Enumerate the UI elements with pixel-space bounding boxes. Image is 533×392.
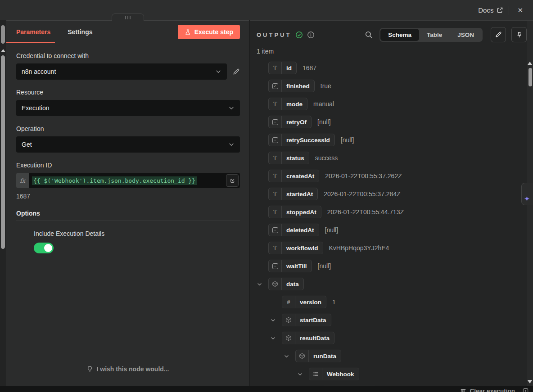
- scroll-up-arrow-icon[interactable]: [1, 49, 5, 52]
- schema-row[interactable]: resultData: [250, 329, 533, 347]
- chevron-down-icon: [228, 105, 235, 111]
- schema-key-pill[interactable]: runData: [295, 350, 341, 362]
- schema-row[interactable]: data: [250, 275, 533, 293]
- open-expression-editor-button[interactable]: [226, 174, 239, 187]
- include-execution-details-toggle[interactable]: [34, 243, 54, 253]
- schema-row[interactable]: runData: [250, 347, 533, 365]
- item-count: 1 item: [257, 48, 533, 55]
- schema-key-pill[interactable]: Webhook: [309, 368, 359, 380]
- null-type-icon: −: [269, 224, 282, 236]
- schema-key-pill[interactable]: − waitTill: [268, 260, 312, 272]
- footer-icon-button[interactable]: [522, 387, 529, 392]
- chevron-down-icon[interactable]: [284, 353, 295, 359]
- schema-value: true: [321, 82, 331, 90]
- expression-input[interactable]: {{ $('Webhook').item.json.body.execution…: [29, 173, 240, 188]
- info-icon[interactable]: [307, 31, 315, 39]
- schema-row[interactable]: ✓ finished true: [250, 77, 533, 95]
- string-type-icon: T: [269, 242, 282, 254]
- schema-key: resultData: [295, 335, 334, 342]
- edit-output-button[interactable]: [491, 27, 506, 42]
- pin-data-button[interactable]: [511, 27, 527, 42]
- schema-key-pill[interactable]: T id: [268, 62, 297, 74]
- schema-row[interactable]: T createdAt 2026-01-22T00:55:37.262Z: [250, 167, 533, 185]
- flask-icon: [185, 29, 191, 36]
- trash-icon: [460, 388, 466, 392]
- operation-select[interactable]: Get: [16, 136, 240, 153]
- chevron-down-icon[interactable]: [257, 281, 268, 287]
- credential-select[interactable]: n8n account: [16, 63, 227, 80]
- schema-key-pill[interactable]: T stoppedAt: [268, 206, 321, 218]
- external-link-icon: [497, 7, 503, 14]
- execution-id-expression-field[interactable]: fx {{ $('Webhook').item.json.body.execut…: [16, 173, 240, 188]
- schema-key: runData: [309, 353, 341, 360]
- schema-row[interactable]: − retrySuccessId [null]: [250, 131, 533, 149]
- schema-value: [null]: [341, 136, 354, 144]
- scroll-down-arrow-icon[interactable]: [528, 380, 532, 383]
- schema-row[interactable]: − waitTill [null]: [250, 257, 533, 275]
- schema-row[interactable]: [250, 383, 533, 386]
- tab-parameters[interactable]: Parameters: [16, 28, 50, 36]
- docs-link[interactable]: Docs: [478, 6, 503, 14]
- string-type-icon: T: [269, 206, 282, 218]
- schema-key-pill[interactable]: data: [268, 278, 304, 290]
- schema-row[interactable]: Webhook: [250, 365, 533, 383]
- credential-label: Credential to connect with: [16, 52, 240, 59]
- schema-key-pill[interactable]: T workflowId: [268, 242, 323, 254]
- view-tab-table[interactable]: Table: [419, 29, 450, 41]
- schema-key-pill[interactable]: startData: [282, 314, 331, 326]
- close-button[interactable]: ✕: [515, 5, 526, 15]
- clear-execution-button[interactable]: Clear execution: [460, 387, 515, 392]
- number-type-icon: #: [282, 296, 295, 308]
- panel-drag-handle[interactable]: [112, 14, 144, 21]
- schema-value: 1687: [303, 64, 316, 72]
- schema-row[interactable]: T status success: [250, 149, 533, 167]
- resource-select[interactable]: Execution: [16, 100, 240, 116]
- schema-key-pill[interactable]: T status: [268, 152, 309, 164]
- schema-value: [null]: [317, 118, 331, 126]
- tab-settings[interactable]: Settings: [68, 28, 92, 36]
- schema-row[interactable]: T stoppedAt 2026-01-22T00:55:44.713Z: [250, 203, 533, 221]
- edit-credential-pencil-icon[interactable]: [232, 68, 240, 76]
- wish-link[interactable]: I wish this node would...: [6, 365, 249, 373]
- scroll-up-arrow-icon[interactable]: [528, 62, 532, 65]
- scrollbar-fragment[interactable]: [1, 25, 5, 44]
- boolean-type-icon: ✓: [269, 80, 282, 92]
- schema-key-pill[interactable]: resultData: [282, 332, 334, 344]
- schema-row[interactable]: startData: [250, 311, 533, 329]
- null-type-icon: −: [269, 260, 282, 272]
- search-icon[interactable]: [365, 31, 373, 39]
- schema-key: id: [282, 65, 296, 72]
- schema-row[interactable]: T workflowId KvHBpHqop3YJ2hE4: [250, 239, 533, 257]
- schema-key-pill[interactable]: T startedAt: [268, 188, 318, 200]
- string-type-icon: T: [269, 62, 282, 74]
- execute-step-button[interactable]: Execute step: [178, 25, 240, 39]
- schema-row[interactable]: T id 1687: [250, 59, 533, 77]
- chevron-down-icon[interactable]: [270, 317, 282, 323]
- schema-row[interactable]: − deletedAt [null]: [250, 221, 533, 239]
- schema-key-pill[interactable]: − retrySuccessId: [268, 134, 335, 146]
- schema-key-pill[interactable]: ✓ finished: [268, 80, 315, 92]
- schema-key-pill[interactable]: # version: [282, 296, 326, 308]
- view-tab-json[interactable]: JSON: [450, 29, 482, 41]
- schema-key: retryOf: [282, 119, 311, 126]
- schema-row[interactable]: # version 1: [250, 293, 533, 311]
- toggle-knob: [44, 244, 52, 252]
- schema-value: [null]: [318, 262, 331, 270]
- schema-row[interactable]: − retryOf [null]: [250, 113, 533, 131]
- scrollbar-thumb[interactable]: [1, 55, 5, 249]
- expression-result-preview: 1687: [16, 193, 240, 200]
- chevron-down-icon[interactable]: [297, 371, 309, 377]
- schema-key-pill[interactable]: T createdAt: [268, 170, 319, 182]
- view-tab-schema[interactable]: Schema: [380, 29, 419, 41]
- scrollbar-thumb[interactable]: [528, 68, 532, 86]
- schema-key-pill[interactable]: − retryOf: [268, 116, 312, 128]
- schema-row[interactable]: T mode manual: [250, 95, 533, 113]
- chevron-down-icon[interactable]: [270, 335, 282, 341]
- schema-key: startData: [295, 317, 331, 324]
- ai-assistant-button[interactable]: [521, 183, 533, 205]
- output-header: OUTPUT Schema Table JSON: [257, 27, 527, 42]
- schema-key-pill[interactable]: T mode: [268, 98, 307, 110]
- schema-row[interactable]: T startedAt 2026-01-22T00:55:37.284Z: [250, 185, 533, 203]
- string-type-icon: T: [269, 170, 282, 182]
- schema-key-pill[interactable]: − deletedAt: [268, 224, 319, 236]
